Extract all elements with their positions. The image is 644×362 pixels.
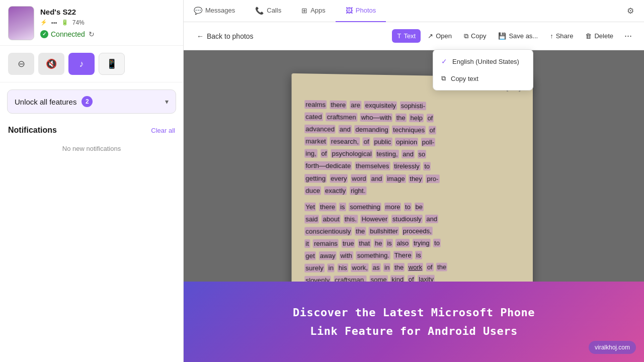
unlock-left: Unlock all features 2: [15, 96, 93, 107]
device-info: Ned's S22 ⚡ ▪▪▪ 🔋 74% Connected ↻: [40, 8, 96, 39]
text-label: Text: [404, 32, 416, 40]
open-icon: ↗: [428, 32, 433, 40]
watermark: viralkhoj.com: [589, 341, 636, 354]
device-name: Ned's S22: [40, 8, 96, 16]
main-content: 💬 Messages 📞 Calls ⊞ Apps 🖼 Photos ⚙ ← B…: [184, 0, 644, 362]
mute-button[interactable]: ⊖: [8, 53, 34, 75]
unlock-count-badge: 2: [82, 96, 93, 107]
book-text-line-9: Yet there is something more to be: [304, 202, 521, 213]
book-text-line-14: surely in his work, as in the work of th…: [304, 261, 521, 275]
book-text-line-10: said about this. However studiously and: [304, 214, 521, 225]
music-button[interactable]: ♪: [68, 53, 95, 75]
book-text-line-6: forth—dedicate themselves tirelessly to: [304, 160, 521, 172]
open-button[interactable]: ↗ Open: [423, 29, 457, 43]
refresh-button[interactable]: ↻: [88, 29, 96, 39]
share-icon: ↑: [550, 32, 553, 40]
battery-percent: 74%: [72, 19, 85, 26]
top-nav: 💬 Messages 📞 Calls ⊞ Apps 🖼 Photos ⚙: [184, 0, 644, 22]
bluetooth-icon: ⚡: [40, 19, 47, 26]
back-to-photos-label: Back to photos: [207, 32, 254, 40]
device-button[interactable]: 📱: [99, 53, 125, 75]
copy-text-option[interactable]: ⧉ Copy text: [433, 70, 533, 87]
silent-button[interactable]: 🔇: [38, 53, 64, 75]
connected-label: Connected: [51, 30, 85, 38]
photos-icon: 🖼: [346, 7, 353, 15]
tab-messages-label: Messages: [205, 7, 235, 14]
device-thumbnail: [8, 6, 34, 40]
signal-icon: ▪▪▪: [51, 20, 57, 26]
photo-area: [ 23 ] realms there are exquisitely soph…: [184, 50, 644, 362]
photo-viewer: ← Back to photos T Text ↗ Open ⧉ Copy 💾 …: [184, 22, 644, 362]
action-buttons-row: ⊖ 🔇 ♪ 📱: [0, 46, 183, 82]
notifications-title: Notifications: [8, 126, 57, 135]
checkmark-icon: ✓: [441, 57, 447, 65]
nav-right: ⚙: [623, 4, 644, 18]
share-label: Share: [556, 32, 574, 40]
book-text-block: realms there are exquisitely sophisti- c…: [304, 99, 521, 287]
language-label: English (United States): [452, 58, 519, 65]
book-text-line-13: get away with something. There is: [304, 249, 521, 262]
notifications-header: Notifications Clear all: [8, 126, 175, 135]
notifications-section: Notifications Clear all No new notificat…: [0, 119, 183, 159]
copy-text-label: Copy text: [451, 75, 478, 82]
delete-button[interactable]: 🗑 Delete: [580, 29, 618, 43]
tab-apps[interactable]: ⊞ Apps: [291, 0, 336, 22]
book-text-line-11: conscientiously the bullshitter proceeds…: [304, 225, 521, 237]
messages-icon: 💬: [194, 7, 202, 15]
language-option[interactable]: ✓ English (United States): [433, 53, 533, 70]
tab-photos-label: Photos: [356, 7, 376, 14]
open-label: Open: [436, 32, 452, 40]
share-button[interactable]: ↑ Share: [545, 29, 578, 43]
apps-icon: ⊞: [301, 7, 307, 15]
tab-messages[interactable]: 💬 Messages: [184, 0, 245, 22]
photo-toolbar: ← Back to photos T Text ↗ Open ⧉ Copy 💾 …: [184, 22, 644, 50]
trash-icon: 🗑: [585, 32, 592, 40]
save-label: Save as...: [509, 32, 538, 40]
unlock-banner[interactable]: Unlock all features 2 ▾: [7, 89, 176, 114]
save-as-button[interactable]: 💾 Save as...: [493, 29, 543, 43]
book-text-line-1: realms there are exquisitely sophisti-: [304, 99, 521, 113]
text-button[interactable]: T Text: [392, 29, 421, 43]
bottom-banner: Discover the Latest Microsoft Phone Link…: [184, 282, 644, 362]
tab-calls-label: Calls: [267, 7, 281, 14]
book-text-line-2: cated craftsmen who—with the help of: [304, 111, 521, 125]
back-arrow-icon: ←: [197, 32, 204, 40]
device-header: Ned's S22 ⚡ ▪▪▪ 🔋 74% Connected ↻: [0, 0, 183, 46]
dropdown-menu: ✓ English (United States) ⧉ Copy text: [433, 49, 533, 90]
tab-apps-label: Apps: [310, 7, 326, 14]
no-notifications-text: No new notifications: [8, 145, 175, 152]
book-text-line-3: advanced and demanding techniques of: [304, 124, 521, 137]
copy-text-icon: ⧉: [441, 74, 446, 82]
copy-icon: ⧉: [464, 32, 468, 40]
book-text-line-4: market research, of public opinion poll-: [304, 136, 521, 149]
connected-dot: [40, 30, 48, 38]
calls-icon: 📞: [255, 7, 264, 15]
device-status-row: ⚡ ▪▪▪ 🔋 74%: [40, 19, 96, 26]
book-text-line-5: ing, of psychological testing, and so: [304, 148, 521, 161]
book-text-line-12: it remains true that he is also trying t…: [304, 237, 521, 249]
copy-label: Copy: [471, 32, 486, 40]
connected-status: Connected ↻: [40, 29, 96, 39]
clear-all-button[interactable]: Clear all: [151, 127, 175, 134]
delete-label: Delete: [594, 32, 613, 40]
chevron-down-icon: ▾: [165, 98, 169, 106]
back-to-photos-button[interactable]: ← Back to photos: [192, 29, 259, 43]
banner-title: Discover the Latest Microsoft Phone: [293, 306, 535, 319]
save-icon: 💾: [498, 32, 506, 40]
settings-button[interactable]: ⚙: [623, 4, 638, 18]
tab-photos[interactable]: 🖼 Photos: [336, 0, 386, 22]
banner-subtitle: Link Feature for Android Users: [310, 325, 517, 337]
battery-icon: 🔋: [61, 19, 68, 26]
more-options-button[interactable]: ···: [620, 28, 636, 44]
unlock-label: Unlock all features: [15, 98, 76, 106]
tab-calls[interactable]: 📞 Calls: [245, 0, 291, 22]
sidebar: Ned's S22 ⚡ ▪▪▪ 🔋 74% Connected ↻ ⊖ 🔇 ♪ …: [0, 0, 184, 362]
book-text-line-8: duce exactly right.: [304, 185, 521, 197]
text-icon: T: [397, 32, 401, 40]
copy-button[interactable]: ⧉ Copy: [459, 29, 491, 43]
book-text-line-7: getting every word and image they pro-: [304, 173, 521, 185]
